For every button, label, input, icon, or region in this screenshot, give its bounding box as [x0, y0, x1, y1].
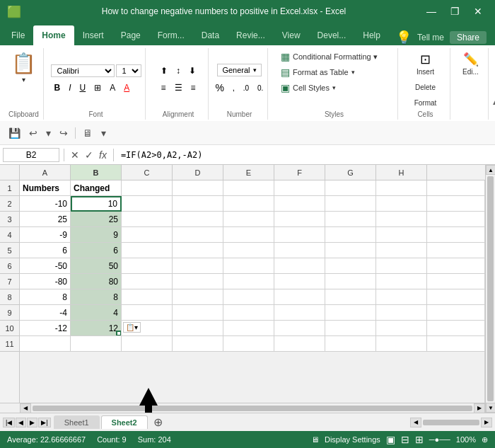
cell-f6[interactable] — [274, 258, 325, 274]
cell-b5[interactable]: 6 — [71, 243, 122, 258]
cell-h1[interactable] — [376, 180, 427, 196]
vertical-scrollbar[interactable]: ▲ ▼ — [485, 165, 495, 413]
cell-c4[interactable] — [122, 227, 173, 243]
cell-c7[interactable] — [122, 274, 173, 289]
tab-view[interactable]: View — [274, 25, 309, 45]
col-header-d[interactable]: D — [173, 165, 223, 180]
cell-b10[interactable]: 12 — [71, 321, 122, 336]
cell-c3[interactable] — [122, 212, 173, 227]
cell-g9[interactable] — [325, 305, 376, 321]
align-left-button[interactable]: ≡ — [157, 81, 169, 94]
cell-g11[interactable] — [325, 336, 376, 352]
cell-f9[interactable] — [274, 305, 325, 321]
close-button[interactable]: ✕ — [468, 4, 488, 18]
cell-c10[interactable]: 📋▾ — [122, 321, 173, 336]
sheet-tab-sheet2[interactable]: Sheet2 — [101, 415, 148, 429]
align-bottom-button[interactable]: ⬇ — [185, 64, 199, 77]
sheet-prev-button[interactable]: ◀ — [16, 418, 26, 427]
cell-h10[interactable] — [376, 321, 427, 336]
scroll-down-button[interactable]: ▼ — [486, 403, 495, 413]
percent-button[interactable]: % — [212, 81, 228, 95]
cell-styles-button[interactable]: ▣ Cell Styles ▾ — [276, 81, 392, 95]
display-settings-text[interactable]: Display Settings — [325, 435, 380, 444]
cell-d5[interactable] — [173, 243, 223, 258]
cell-f4[interactable] — [274, 227, 325, 243]
cell-h8[interactable] — [376, 289, 427, 305]
cancel-formula-button[interactable]: ✕ — [69, 148, 81, 162]
conditional-formatting-button[interactable]: ▦ Conditional Formatting ▾ — [276, 50, 392, 64]
cell-b1[interactable]: Changed — [71, 180, 122, 196]
confirm-formula-button[interactable]: ✓ — [83, 148, 95, 162]
h-scroll-thumb[interactable] — [33, 406, 472, 411]
col-header-b[interactable]: B — [71, 165, 122, 180]
tab-format[interactable]: Form... — [149, 25, 193, 45]
cell-b2[interactable]: 10 — [71, 196, 122, 212]
formula-input[interactable] — [118, 149, 492, 161]
cell-e8[interactable] — [223, 289, 274, 305]
format-as-table-button[interactable]: ▤ Format as Table ▾ — [276, 65, 392, 79]
cell-e4[interactable] — [223, 227, 274, 243]
cell-g5[interactable] — [325, 243, 376, 258]
tab-insert[interactable]: Insert — [74, 25, 112, 45]
cell-h2[interactable] — [376, 196, 427, 212]
cell-a9[interactable]: -4 — [20, 305, 71, 321]
minimize-button[interactable]: — — [421, 4, 442, 18]
comma-button[interactable]: ‚ — [229, 81, 238, 95]
cell-b3[interactable]: 25 — [71, 212, 122, 227]
cell-e1[interactable] — [223, 180, 274, 196]
cell-h7[interactable] — [376, 274, 427, 289]
tab-scroll-right[interactable]: ▶ — [481, 418, 492, 427]
col-header-c[interactable]: C — [122, 165, 173, 180]
row-num-6[interactable]: 6 — [0, 258, 19, 274]
cell-a2[interactable]: -10 — [20, 196, 71, 212]
undo-dropdown[interactable]: ▾ — [43, 125, 54, 141]
tab-file[interactable]: File — [3, 25, 33, 45]
cell-a1[interactable]: Numbers — [20, 180, 71, 196]
cell-b9[interactable]: 4 — [71, 305, 122, 321]
cell-b7[interactable]: 80 — [71, 274, 122, 289]
align-right-button[interactable]: ≡ — [187, 81, 199, 94]
cell-a4[interactable]: -9 — [20, 227, 71, 243]
cell-c8[interactable] — [122, 289, 173, 305]
cell-d9[interactable] — [173, 305, 223, 321]
view-normal-button[interactable]: ▣ — [386, 434, 395, 445]
sheet-first-button[interactable]: |◀ — [3, 418, 15, 427]
scroll-left-button[interactable]: ◀ — [20, 403, 31, 413]
cell-h9[interactable] — [376, 305, 427, 321]
cell-a7[interactable]: -80 — [20, 274, 71, 289]
sheet-tab-sheet1[interactable]: Sheet1 — [54, 415, 100, 429]
zoom-slider[interactable]: ─●── — [429, 435, 450, 444]
cell-g6[interactable] — [325, 258, 376, 274]
insert-function-button[interactable]: fx — [97, 148, 109, 162]
cell-reference-box[interactable] — [3, 148, 59, 162]
row-num-10[interactable]: 10 — [0, 321, 19, 336]
row-num-5[interactable]: 5 — [0, 243, 19, 258]
cells-delete-button[interactable]: Delete — [408, 81, 443, 93]
align-center-button[interactable]: ☰ — [171, 81, 186, 94]
cell-f10[interactable] — [274, 321, 325, 336]
cell-d10[interactable] — [173, 321, 223, 336]
zoom-in-button[interactable]: ⊕ — [482, 435, 488, 444]
cell-e2[interactable] — [223, 196, 274, 212]
autofill-handle[interactable] — [116, 331, 122, 336]
cell-g1[interactable] — [325, 180, 376, 196]
tab-review[interactable]: Revie... — [228, 25, 274, 45]
italic-button[interactable]: I — [65, 81, 74, 94]
cell-c11[interactable] — [122, 336, 173, 352]
customize-view-button[interactable]: 🖥 — [80, 125, 95, 141]
paste-options-button[interactable]: 📋▾ — [123, 322, 141, 333]
tab-developer[interactable]: Devel... — [309, 25, 355, 45]
align-top-button[interactable]: ⬆ — [157, 64, 171, 77]
col-header-a[interactable]: A — [20, 165, 71, 180]
cell-g2[interactable] — [325, 196, 376, 212]
cell-h11[interactable] — [376, 336, 427, 352]
undo-button[interactable]: ↩ — [26, 125, 40, 141]
cell-a3[interactable]: 25 — [20, 212, 71, 227]
view-layout-button[interactable]: ⊟ — [401, 434, 409, 445]
cell-d4[interactable] — [173, 227, 223, 243]
cell-f8[interactable] — [274, 289, 325, 305]
col-header-f[interactable]: F — [274, 165, 325, 180]
col-header-h[interactable]: H — [376, 165, 427, 180]
cell-e3[interactable] — [223, 212, 274, 227]
light-bulb-icon[interactable]: 💡 — [396, 30, 412, 45]
